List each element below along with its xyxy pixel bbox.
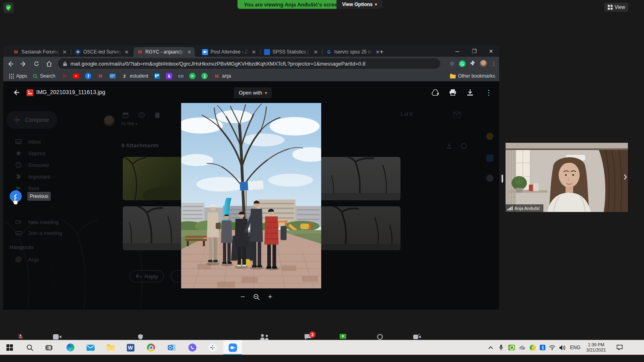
new-tab-button[interactable]: +: [377, 47, 386, 56]
extensions-puzzle-icon[interactable]: [470, 60, 476, 68]
tray-mic-icon[interactable]: [496, 340, 506, 355]
tab-close-icon[interactable]: ✕: [124, 49, 129, 55]
bookmark-apps[interactable]: Apps: [9, 73, 27, 79]
outlook-icon[interactable]: [163, 340, 181, 355]
action-center-icon[interactable]: [613, 340, 626, 355]
restore-button[interactable]: ❐: [466, 45, 482, 57]
osce-favicon: O: [75, 49, 81, 55]
bookmark-facebook[interactable]: f: [85, 73, 91, 79]
lock-icon: [63, 61, 67, 66]
word-icon[interactable]: W: [121, 340, 140, 355]
chrome-icon[interactable]: [142, 340, 160, 355]
tray-volume-icon[interactable]: [557, 340, 568, 355]
edge-icon[interactable]: [61, 340, 80, 355]
bookmark-estudent[interactable]: estudent: [121, 73, 148, 79]
task-view-icon[interactable]: [39, 340, 58, 355]
video-panel-handle[interactable]: [502, 175, 503, 183]
bookmark-anja-gmail[interactable]: M anja: [213, 73, 231, 79]
bookmark-bank[interactable]: [109, 73, 116, 79]
bookmark-search[interactable]: Search: [33, 73, 55, 79]
participant-video-tile[interactable]: Anja Anđušić: [506, 143, 628, 212]
minimize-button[interactable]: ─: [449, 45, 465, 57]
zoom-app-icon[interactable]: [223, 340, 242, 355]
viber-icon[interactable]: [183, 340, 202, 355]
netflix-icon: N: [61, 73, 67, 79]
browser-tab-5[interactable]: SPSS Statistics | IBM ✕: [261, 47, 321, 57]
browser-tab-active[interactable]: M RGYC - anjaandjusic@g ✕: [134, 47, 195, 57]
browser-menu-icon[interactable]: ⋮: [491, 60, 497, 67]
bookmark-co[interactable]: co: [178, 73, 184, 79]
file-explorer-icon[interactable]: [101, 340, 120, 355]
add-to-drive-icon[interactable]: [429, 87, 441, 98]
home-icon[interactable]: [43, 58, 55, 70]
chat-badge: 3: [309, 331, 316, 338]
zoom-in-button[interactable]: +: [265, 292, 275, 302]
video-icon[interactable]: [52, 334, 62, 340]
bookmark-netflix[interactable]: N: [61, 73, 67, 79]
card-icon: [109, 73, 116, 79]
record-icon[interactable]: [377, 334, 383, 340]
participant-name-tag: Anja Anđušić: [506, 204, 543, 212]
language-indicator[interactable]: ENG: [568, 340, 582, 355]
back-icon[interactable]: [5, 58, 16, 70]
taskbar-search-icon[interactable]: [21, 340, 39, 355]
forward-icon[interactable]: [18, 58, 29, 70]
mail-icon[interactable]: [81, 340, 100, 355]
bookmark-spotify[interactable]: [189, 73, 196, 79]
bookmark-one[interactable]: 1: [201, 73, 208, 79]
magnifier-icon[interactable]: [251, 292, 262, 302]
bookmark-trello[interactable]: [154, 73, 160, 79]
preview-back-icon[interactable]: [10, 87, 22, 98]
tray-chevron-icon[interactable]: [485, 340, 497, 355]
preview-more-icon[interactable]: ⋮: [483, 87, 494, 98]
muted-mic-icon[interactable]: [16, 334, 25, 340]
profile-avatar[interactable]: [480, 60, 487, 67]
preview-filename: IMG_20210319_111613.jpg: [36, 89, 105, 95]
grammarly-extension-icon[interactable]: [459, 60, 466, 67]
security-shield-icon[interactable]: [3, 2, 14, 13]
bookmark-gmail[interactable]: M: [97, 73, 103, 79]
webcam-video-frame: [506, 143, 628, 212]
print-icon[interactable]: [447, 87, 458, 98]
tab-close-icon[interactable]: ✕: [62, 49, 67, 55]
open-with-button[interactable]: Open with ▾: [234, 87, 272, 98]
bookmarks-bar: Apps Search N f M estudent k co: [3, 71, 499, 81]
address-bar[interactable]: mail.google.com/mail/u/0/?tab=rm&ogbl#in…: [58, 58, 440, 69]
tab-close-icon[interactable]: ✕: [187, 49, 192, 55]
tab-close-icon[interactable]: ✕: [252, 49, 256, 55]
download-icon[interactable]: [464, 87, 476, 98]
other-bookmarks[interactable]: Other bookmarks: [450, 71, 495, 81]
collapse-video-icon[interactable]: [623, 174, 627, 180]
security-icon[interactable]: [137, 334, 144, 340]
tray-antivirus-icon[interactable]: +: [527, 340, 538, 355]
tray-nvidia-icon[interactable]: [506, 340, 517, 355]
chrome-window: M Sastanak Foruma mladi ✕ O OSCE-led Sur…: [3, 45, 499, 310]
reload-icon[interactable]: [31, 58, 42, 70]
browser-tab-2[interactable]: O OSCE-led Survey on the ✕: [72, 47, 132, 57]
tray-onedrive-icon[interactable]: [517, 340, 527, 355]
start-button[interactable]: [0, 340, 19, 355]
gmail-favicon: M: [137, 49, 143, 55]
share-screen-icon[interactable]: [339, 334, 347, 340]
close-button[interactable]: ✕: [483, 45, 499, 57]
view-options-button[interactable]: View Options ▾: [336, 0, 382, 9]
bookmark-youtube[interactable]: [73, 73, 79, 79]
reactions-icon[interactable]: [413, 334, 421, 340]
browser-tab-4[interactable]: Post Attendee - Zoom ✕: [199, 47, 259, 57]
browser-tab-1[interactable]: M Sastanak Foruma mladi ✕: [10, 47, 70, 57]
tray-bluetooth-icon[interactable]: [538, 340, 547, 355]
browser-tab-6[interactable]: G lservrc spss 25 crack - G ✕: [323, 47, 383, 57]
view-button[interactable]: View: [605, 3, 628, 12]
slack-icon[interactable]: [203, 340, 222, 355]
tab-close-icon[interactable]: ✕: [314, 49, 318, 55]
taskbar-clock[interactable]: 1:39 PM 3/21/2021: [583, 340, 609, 355]
tray-wifi-icon[interactable]: [547, 340, 557, 355]
bookmark-star-icon[interactable]: ☆: [450, 60, 455, 67]
windows-taskbar: W: [0, 340, 644, 355]
gmail-icon: M: [97, 73, 103, 79]
participants-icon[interactable]: [258, 334, 270, 340]
photo-img-20210319[interactable]: [181, 103, 321, 288]
zoom-out-button[interactable]: −: [237, 292, 248, 302]
estudent-icon: [121, 73, 128, 79]
bookmark-kanbanize[interactable]: k: [166, 73, 172, 79]
